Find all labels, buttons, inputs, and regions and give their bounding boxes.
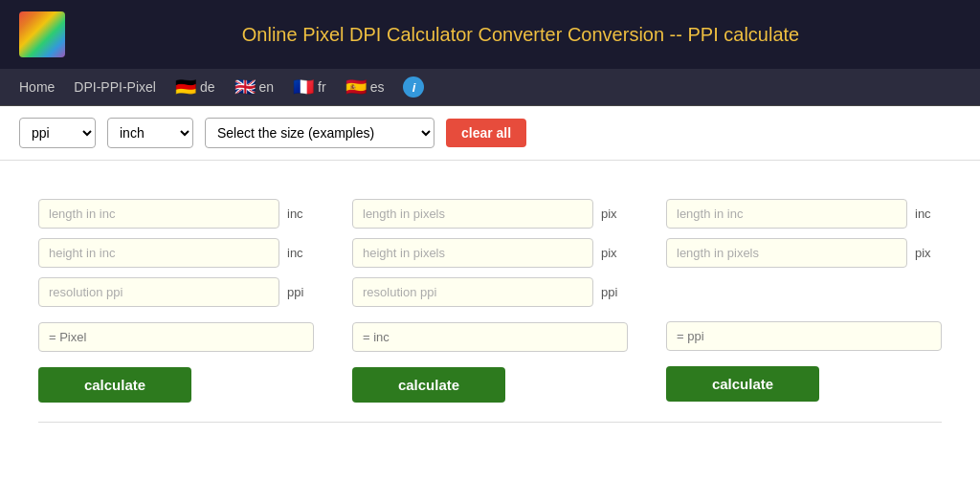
calc-1-height-inc-input[interactable] <box>38 238 279 268</box>
logo <box>19 11 65 57</box>
nav-fr-label: fr <box>318 79 326 95</box>
flag-fr-icon: 🇫🇷 <box>293 76 314 98</box>
calc-2-result <box>352 322 628 352</box>
calc-1-length-inc-input[interactable] <box>38 199 279 229</box>
calc-2-resolution-input[interactable] <box>352 277 593 307</box>
calc-2-height-pix-unit: pix <box>601 246 628 260</box>
calc-1-field-1: inc <box>38 199 314 229</box>
nav-lang-de[interactable]: 🇩🇪 de <box>175 76 215 98</box>
nav-dpi[interactable]: DPI-PPI-Pixel <box>74 79 156 95</box>
bottom-separator <box>38 422 942 423</box>
calc-1-result <box>38 322 314 352</box>
nav-lang-en[interactable]: 🇬🇧 en <box>234 76 275 98</box>
main-content: inc inc ppi calculate pix pix <box>0 161 980 480</box>
calc-1-resolution-input[interactable] <box>38 277 279 307</box>
calc-2-field-3: ppi <box>352 277 628 307</box>
nav-en-label: en <box>259 79 275 95</box>
calc-1-height-inc-unit: inc <box>287 246 314 260</box>
calc-2-length-pix-input[interactable] <box>352 199 593 229</box>
header: Online Pixel DPI Calculator Converter Co… <box>0 0 980 69</box>
calc-3-calculate-button[interactable]: calculate <box>666 366 819 402</box>
nav-de-label: de <box>200 79 215 95</box>
page-title: Online Pixel DPI Calculator Converter Co… <box>80 24 961 46</box>
unit-select[interactable]: inch cm <box>107 118 193 148</box>
flag-es-icon: 🇪🇸 <box>345 76 367 98</box>
calc-3-length-inc-input[interactable] <box>666 199 907 229</box>
calc-3-result <box>666 321 942 351</box>
calc-1-field-2: inc <box>38 238 314 268</box>
calc-3: inc pix calculate <box>666 199 942 403</box>
calc-1-calculate-button[interactable]: calculate <box>38 367 191 403</box>
size-select[interactable]: Select the size (examples) <box>205 118 434 148</box>
calc-2: pix pix ppi calculate <box>352 199 628 403</box>
flag-en-icon: 🇬🇧 <box>234 76 256 98</box>
calc-3-length-inc-unit: inc <box>915 207 942 221</box>
nav-home[interactable]: Home <box>19 79 55 95</box>
calc-1-length-inc-unit: inc <box>287 207 314 221</box>
info-button[interactable]: i <box>403 76 424 98</box>
calc-2-height-pix-input[interactable] <box>352 238 593 268</box>
nav-lang-fr[interactable]: 🇫🇷 fr <box>293 76 326 98</box>
calc-2-length-pix-unit: pix <box>601 207 628 221</box>
calc-2-field-2: pix <box>352 238 628 268</box>
calc-2-field-1: pix <box>352 199 628 229</box>
calc-3-length-pix-unit: pix <box>915 246 942 260</box>
clear-all-button[interactable]: clear all <box>446 119 526 147</box>
calc-3-field-2: pix <box>666 238 942 268</box>
calculators-grid: inc inc ppi calculate pix pix <box>38 199 942 403</box>
calc-3-field-1: inc <box>666 199 942 229</box>
calc-1-resolution-unit: ppi <box>287 285 314 299</box>
flag-de-icon: 🇩🇪 <box>175 76 196 98</box>
navbar: Home DPI-PPI-Pixel 🇩🇪 de 🇬🇧 en 🇫🇷 fr 🇪🇸 … <box>0 69 980 106</box>
calc-1: inc inc ppi calculate <box>38 199 314 403</box>
ppi-select[interactable]: ppi dpi <box>19 118 96 148</box>
calc-3-length-pix-input[interactable] <box>666 238 907 268</box>
calc-2-calculate-button[interactable]: calculate <box>352 367 505 403</box>
calc-2-resolution-unit: ppi <box>601 285 628 299</box>
nav-es-label: es <box>370 79 385 95</box>
nav-lang-es[interactable]: 🇪🇸 es <box>345 76 385 98</box>
controls-bar: ppi dpi inch cm Select the size (example… <box>0 106 980 161</box>
calc-1-field-3: ppi <box>38 277 314 307</box>
